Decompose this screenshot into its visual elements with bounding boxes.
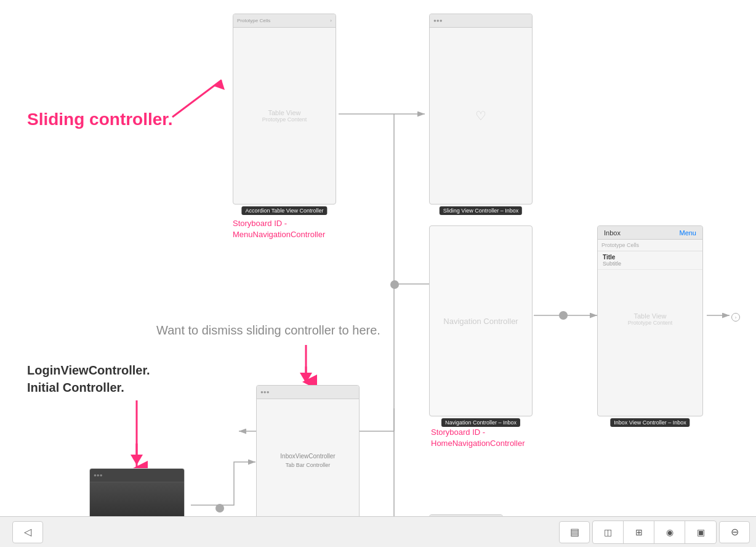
storyboard-id-home: Storyboard ID - HomeNavigationController <box>431 427 525 449</box>
inbox-table-view-label: Table View <box>634 312 667 320</box>
login-label: LoginViewController. Initial Controller. <box>27 362 150 396</box>
svg-line-16 <box>172 80 222 117</box>
navigation-controller-bottom-label: Navigation Controller – Inbox <box>441 418 520 427</box>
toolbar-icon-4[interactable]: ◉ <box>654 521 685 543</box>
svg-marker-19 <box>300 373 312 383</box>
accordion-content: Table View Prototype Content <box>233 28 336 204</box>
svg-marker-21 <box>131 455 143 465</box>
toolbar-icon-2[interactable]: ◫ <box>593 521 624 543</box>
sliding-controller-label: Sliding controller. <box>27 110 172 129</box>
inbox-table-cell: Title Subtitle <box>598 251 702 270</box>
inbox-table-content: Table View Prototype Content <box>598 270 702 368</box>
bottom-toolbar: ◁ ▤ ◫ ⊞ ◉ ▣ ⊖ <box>0 516 756 547</box>
zoom-button[interactable]: ⊖ <box>719 521 750 543</box>
connector-dot-nav <box>559 311 568 320</box>
sliding-inbox-frame: ●●● ♡ Sliding View Controller – Inbox <box>429 14 533 205</box>
connector-dot-bottom <box>215 504 224 513</box>
toolbar-btn-group: ◫ ⊞ ◉ ▣ <box>592 521 717 544</box>
zoom-icon: ⊖ <box>731 526 739 538</box>
toolbar-icon-5[interactable]: ▣ <box>685 521 716 543</box>
inbox-view-frame: Inbox Menu Prototype Cells Title Subtitl… <box>597 225 703 416</box>
pink-arrow-login <box>126 400 147 468</box>
tab-bar-content: InboxViewController Tab Bar Controller <box>257 399 359 521</box>
inbox-label: Inbox <box>604 229 621 237</box>
connector-dot-1 <box>390 280 399 289</box>
toolbar-btn-1[interactable]: ▤ <box>559 521 590 543</box>
heart-icon: ♡ <box>475 108 486 123</box>
accordion-bottom-label: Accordion Table View Controller <box>241 206 327 215</box>
svg-marker-17 <box>214 80 225 90</box>
back-icon: ◁ <box>24 526 31 538</box>
sliding-inbox-label: Sliding View Controller – Inbox <box>440 206 522 215</box>
accordion-header-title: Prototype Cells <box>237 18 270 23</box>
pink-arrow-tabbar <box>296 345 316 385</box>
accordion-proto-label: Prototype Content <box>262 116 307 123</box>
dismiss-text: Want to dismiss sliding controller to he… <box>156 323 380 338</box>
login-frame-header: ●●● <box>90 469 184 482</box>
back-button[interactable]: ◁ <box>12 521 43 543</box>
accordion-header: Prototype Cells › <box>233 14 336 28</box>
sliding-inbox-content: ♡ <box>430 28 532 204</box>
inbox-view-header: Inbox Menu <box>598 226 702 240</box>
cell-title: Title <box>603 254 698 261</box>
accordion-controller-frame: Prototype Cells › Table View Prototype C… <box>233 14 336 205</box>
storyboard-id-menu: Storyboard ID - MenuNavigationController <box>233 218 325 240</box>
cell-subtitle: Subtitle <box>603 261 698 267</box>
accordion-table-view-label: Table View <box>268 109 301 116</box>
menu-label: Menu <box>679 229 696 237</box>
inbox-view-bottom-label: Inbox View Controller – Inbox <box>610 418 690 427</box>
toolbar-icon-3[interactable]: ⊞ <box>624 521 654 543</box>
inbox-proto-header: Prototype Cells <box>598 240 702 251</box>
toolbar-icon-1: ▤ <box>570 526 579 538</box>
inbox-viewcontroller-label: InboxViewController <box>280 453 335 460</box>
tab-bar-header: ●●● <box>257 386 359 399</box>
navigation-controller-label: Navigation Controller <box>443 317 518 326</box>
navigation-controller-frame: Navigation Controller Navigation Control… <box>429 225 533 416</box>
sliding-inbox-header: ●●● <box>430 14 532 28</box>
extend-right-indicator: › <box>731 313 740 322</box>
inbox-proto-content-label: Prototype Content <box>628 320 673 326</box>
accordion-header-chevron: › <box>330 18 332 23</box>
tab-bar-sublabel: Tab Bar Controller <box>286 462 331 468</box>
